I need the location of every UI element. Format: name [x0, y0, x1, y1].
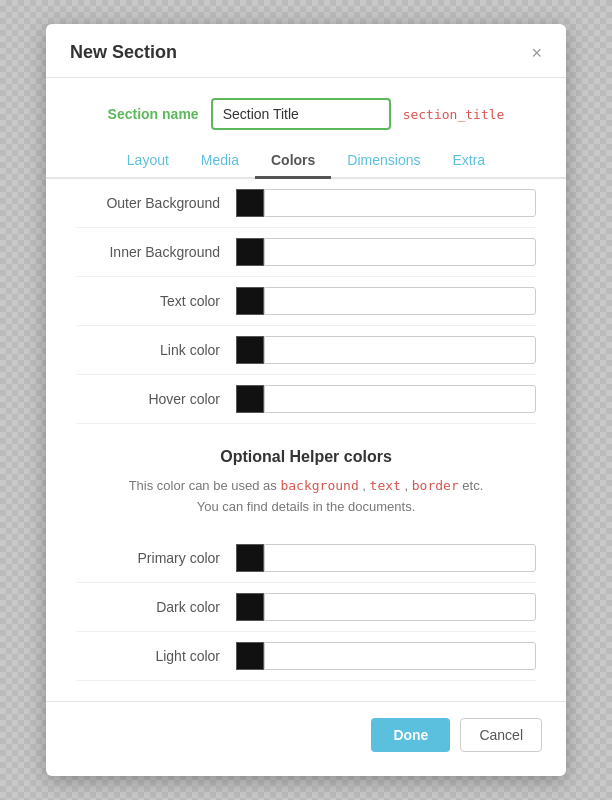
outer-background-swatch[interactable]: [236, 189, 264, 217]
desc-comma1: ,: [359, 478, 366, 493]
tab-media[interactable]: Media: [185, 144, 255, 179]
link-color-label: Link color: [76, 342, 236, 358]
modal-title: New Section: [70, 42, 177, 63]
desc-suffix: etc.: [462, 478, 483, 493]
link-color-row: Link color: [76, 326, 536, 375]
primary-color-swatch[interactable]: [236, 544, 264, 572]
colors-content: Outer Background Inner Background Text c…: [46, 179, 566, 681]
optional-helper-section: Optional Helper colors This color can be…: [76, 448, 536, 518]
tabs-bar: Layout Media Colors Dimensions Extra: [46, 144, 566, 179]
desc-line2: You can find details in the documents.: [197, 499, 416, 514]
outer-background-label: Outer Background: [76, 195, 236, 211]
section-slug: section_title: [403, 107, 505, 122]
hover-color-input[interactable]: [264, 385, 536, 413]
inner-background-swatch[interactable]: [236, 238, 264, 266]
dark-color-input[interactable]: [264, 593, 536, 621]
tab-dimensions[interactable]: Dimensions: [331, 144, 436, 179]
text-color-label: Text color: [76, 293, 236, 309]
code-text: text: [370, 478, 401, 493]
light-color-row: Light color: [76, 632, 536, 681]
text-color-row: Text color: [76, 277, 536, 326]
done-button[interactable]: Done: [371, 718, 450, 752]
code-border: border: [412, 478, 459, 493]
hover-color-swatch[interactable]: [236, 385, 264, 413]
primary-color-row: Primary color: [76, 534, 536, 583]
tab-extra[interactable]: Extra: [436, 144, 501, 179]
tab-layout[interactable]: Layout: [111, 144, 185, 179]
outer-background-input[interactable]: [264, 189, 536, 217]
section-name-input[interactable]: [211, 98, 391, 130]
dark-color-label: Dark color: [76, 599, 236, 615]
light-color-input[interactable]: [264, 642, 536, 670]
light-color-label: Light color: [76, 648, 236, 664]
close-button[interactable]: ×: [531, 44, 542, 62]
primary-color-label: Primary color: [76, 550, 236, 566]
section-name-row: Section name section_title: [46, 78, 566, 144]
cancel-button[interactable]: Cancel: [460, 718, 542, 752]
section-name-label: Section name: [108, 106, 199, 122]
modal-header: New Section ×: [46, 24, 566, 78]
dark-color-swatch[interactable]: [236, 593, 264, 621]
dark-color-row: Dark color: [76, 583, 536, 632]
optional-description: This color can be used as background , t…: [76, 476, 536, 518]
desc-prefix: This color can be used as: [129, 478, 277, 493]
outer-background-row: Outer Background: [76, 179, 536, 228]
hover-color-row: Hover color: [76, 375, 536, 424]
text-color-input[interactable]: [264, 287, 536, 315]
link-color-input[interactable]: [264, 336, 536, 364]
text-color-swatch[interactable]: [236, 287, 264, 315]
primary-color-input[interactable]: [264, 544, 536, 572]
optional-title: Optional Helper colors: [76, 448, 536, 466]
inner-background-input[interactable]: [264, 238, 536, 266]
tab-colors[interactable]: Colors: [255, 144, 331, 179]
inner-background-row: Inner Background: [76, 228, 536, 277]
link-color-swatch[interactable]: [236, 336, 264, 364]
new-section-modal: New Section × Section name section_title…: [46, 24, 566, 776]
modal-footer: Done Cancel: [46, 701, 566, 752]
code-background: background: [280, 478, 358, 493]
light-color-swatch[interactable]: [236, 642, 264, 670]
inner-background-label: Inner Background: [76, 244, 236, 260]
hover-color-label: Hover color: [76, 391, 236, 407]
desc-comma2: ,: [401, 478, 408, 493]
